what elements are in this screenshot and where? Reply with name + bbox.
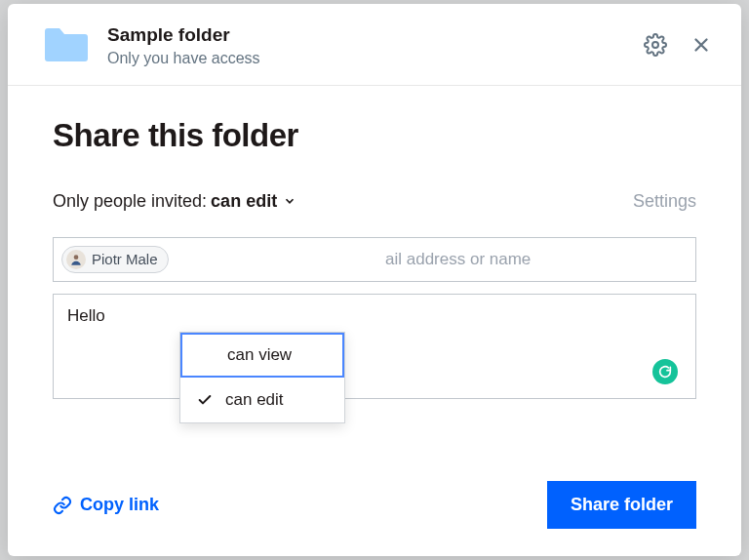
check-slot: [196, 392, 214, 408]
folder-title: Sample folder: [107, 23, 642, 48]
option-label: can edit: [225, 390, 284, 410]
option-label: can view: [227, 345, 292, 365]
invite-placeholder: ail address or name: [385, 250, 531, 269]
grammarly-icon: [657, 364, 673, 380]
dropdown-option-edit[interactable]: can edit: [180, 378, 344, 422]
chip-name: Piotr Male: [92, 251, 158, 267]
permission-row: Only people invited: can edit Settings: [53, 191, 696, 212]
invitee-chip[interactable]: Piotr Male: [61, 246, 169, 273]
person-icon: [69, 253, 83, 266]
folder-icon: [43, 25, 90, 64]
share-title: Share this folder: [53, 117, 696, 154]
settings-link[interactable]: Settings: [633, 191, 696, 212]
modal-header: Sample folder Only you have access: [8, 4, 741, 86]
header-actions: [642, 31, 714, 59]
permission-selector[interactable]: can edit: [211, 191, 296, 212]
dropdown-option-view[interactable]: can view: [180, 333, 344, 378]
invite-input[interactable]: Piotr Male ail address or name: [53, 237, 696, 282]
access-summary: Only you have access: [107, 50, 642, 67]
message-text: Hello: [67, 306, 105, 325]
modal-content: Share this folder Only people invited: c…: [8, 86, 741, 460]
close-icon: [690, 34, 712, 56]
link-icon: [53, 496, 72, 515]
message-textarea[interactable]: Hello: [53, 294, 696, 399]
copy-link-button[interactable]: Copy link: [53, 495, 159, 515]
avatar: [66, 250, 86, 269]
svg-point-0: [652, 42, 658, 48]
gear-icon: [644, 33, 667, 57]
share-modal: Sample folder Only you have access Share…: [8, 4, 741, 556]
chevron-down-icon: [283, 194, 296, 208]
copy-link-label: Copy link: [80, 495, 159, 515]
check-icon: [197, 392, 213, 408]
header-text: Sample folder Only you have access: [107, 23, 642, 67]
settings-gear-button[interactable]: [642, 31, 669, 59]
svg-point-1: [74, 255, 79, 260]
modal-footer: Copy link Share folder: [8, 460, 741, 556]
permission-dropdown: can view can edit: [179, 332, 345, 423]
permission-prefix: Only people invited:: [53, 191, 207, 212]
permission-current: can edit: [211, 191, 277, 212]
share-folder-button[interactable]: Share folder: [547, 481, 696, 529]
grammarly-badge[interactable]: [652, 359, 678, 384]
close-button[interactable]: [689, 32, 714, 58]
